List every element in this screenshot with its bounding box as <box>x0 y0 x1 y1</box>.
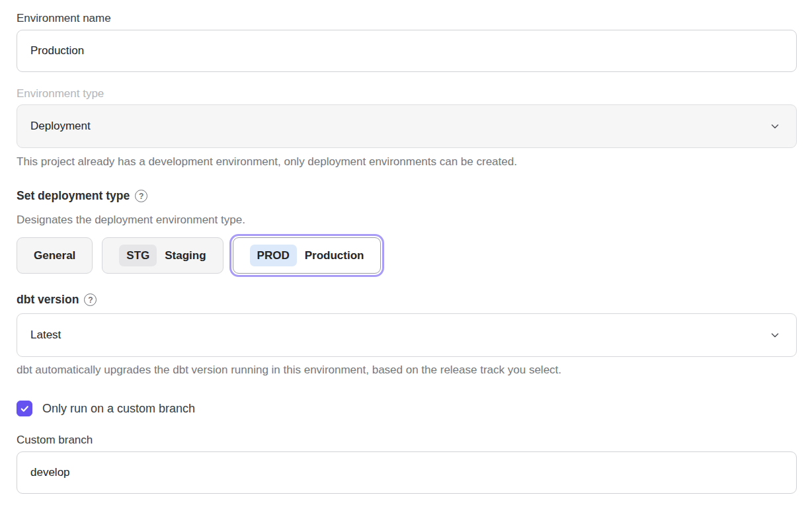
environment-type-select[interactable]: Deployment <box>17 104 797 148</box>
environment-form: Environment name Environment type Deploy… <box>0 0 812 494</box>
help-icon[interactable]: ? <box>84 293 97 306</box>
deployment-type-general-button[interactable]: General <box>17 237 93 274</box>
dbt-version-select[interactable]: Latest <box>17 313 797 357</box>
chevron-down-icon <box>770 121 780 132</box>
environment-name-label: Environment name <box>17 12 797 25</box>
production-label: Production <box>305 249 364 262</box>
chevron-down-icon <box>770 330 780 340</box>
environment-type-value: Deployment <box>30 120 91 133</box>
dbt-version-value: Latest <box>30 329 61 342</box>
staging-label: Staging <box>165 249 206 262</box>
staging-badge: STG <box>119 245 157 266</box>
custom-branch-checkbox-label[interactable]: Only run on a custom branch <box>42 402 195 416</box>
environment-type-label: Environment type <box>17 87 797 100</box>
deployment-type-heading: Set deployment type ? <box>17 189 797 203</box>
custom-branch-checkbox-row: Only run on a custom branch <box>17 401 797 416</box>
deployment-type-heading-text: Set deployment type <box>17 189 130 203</box>
deployment-type-helper: Designates the deployment environment ty… <box>17 214 797 227</box>
dbt-version-helper: dbt automatically upgrades the dbt versi… <box>17 364 797 377</box>
production-badge: PROD <box>250 245 297 266</box>
environment-type-helper: This project already has a development e… <box>17 155 797 169</box>
custom-branch-input[interactable] <box>17 451 797 494</box>
deployment-type-options: General STG Staging PROD Production <box>17 237 797 274</box>
dbt-version-heading: dbt version ? <box>17 293 797 307</box>
deployment-type-production-button[interactable]: PROD Production <box>233 237 382 274</box>
custom-branch-label: Custom branch <box>17 434 797 447</box>
deployment-type-staging-button[interactable]: STG Staging <box>102 237 223 274</box>
environment-name-input[interactable] <box>17 30 797 72</box>
custom-branch-checkbox[interactable] <box>17 401 32 416</box>
dbt-version-heading-text: dbt version <box>17 293 79 307</box>
check-icon <box>20 404 30 414</box>
help-icon[interactable]: ? <box>135 190 147 202</box>
general-label: General <box>34 249 75 262</box>
